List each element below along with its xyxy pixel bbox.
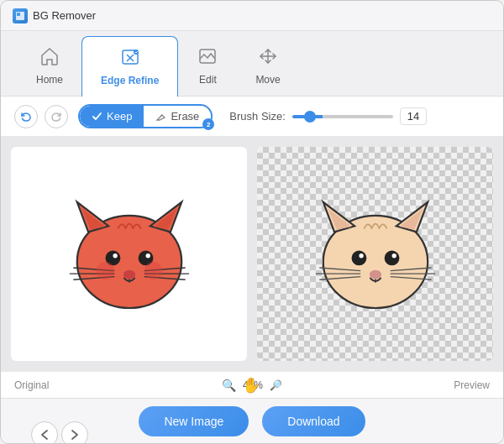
- nav-item-edge-refine[interactable]: Edge Refine: [81, 36, 178, 97]
- brush-size-label: Brush Size:: [229, 110, 285, 123]
- svg-point-3: [134, 50, 139, 55]
- original-label: Original: [14, 379, 252, 391]
- preview-label: Preview: [252, 379, 490, 391]
- brush-size-slider[interactable]: [292, 115, 393, 118]
- bottom-bar: New Image Download: [1, 398, 503, 443]
- app-title: BG Remover: [33, 9, 96, 22]
- original-image-panel: [11, 147, 247, 361]
- new-image-button[interactable]: New Image: [139, 406, 249, 436]
- nav-label-home: Home: [36, 74, 63, 86]
- toolbar: Keep Erase 2 Brush Size: 14: [1, 97, 503, 137]
- svg-rect-1: [17, 13, 20, 16]
- nav-item-move[interactable]: Move: [237, 36, 298, 96]
- nav-label-edge-refine: Edge Refine: [101, 75, 159, 86]
- svg-point-32: [369, 269, 381, 279]
- edit-icon: [197, 47, 218, 71]
- move-icon: [258, 47, 278, 71]
- app-window: BG Remover Home Edge Refine: [0, 0, 504, 444]
- svg-point-29: [384, 250, 399, 265]
- zoom-out-icon[interactable]: 🔍: [222, 379, 236, 392]
- original-cat-image: [54, 187, 205, 321]
- title-bar: BG Remover: [1, 1, 503, 31]
- keep-button[interactable]: Keep: [80, 106, 144, 127]
- home-icon: [39, 47, 60, 71]
- badge: 2: [202, 118, 214, 130]
- keep-erase-group: Keep Erase: [78, 104, 213, 128]
- nav-item-edit[interactable]: Edit: [178, 36, 237, 96]
- svg-point-21: [96, 261, 113, 279]
- svg-point-14: [123, 269, 134, 279]
- edge-refine-icon: [120, 48, 140, 71]
- next-button[interactable]: [61, 421, 88, 445]
- nav-bar: Home Edge Refine Edit: [1, 31, 503, 97]
- svg-point-30: [359, 253, 363, 258]
- pan-icon[interactable]: ✋: [242, 376, 260, 394]
- app-icon: [13, 8, 28, 24]
- svg-point-28: [351, 250, 366, 265]
- preview-cat-image: [300, 187, 451, 321]
- erase-button[interactable]: Erase: [144, 106, 211, 127]
- svg-point-22: [144, 261, 161, 279]
- svg-point-13: [145, 253, 150, 258]
- nav-label-move: Move: [255, 74, 280, 86]
- download-button[interactable]: Download: [262, 406, 365, 436]
- zoom-in-icon[interactable]: 🔎: [270, 379, 282, 391]
- brush-size-value: 14: [400, 107, 427, 125]
- keep-erase-wrapper: Keep Erase 2: [75, 104, 213, 128]
- nav-item-home[interactable]: Home: [18, 36, 81, 96]
- status-bar: Original 🔍 42% 🔎 ✋ Preview: [1, 371, 503, 398]
- bottom-bar-inner: New Image Download: [18, 406, 486, 436]
- redo-button[interactable]: [45, 105, 68, 128]
- svg-point-31: [391, 253, 396, 258]
- canvas-area: [1, 137, 503, 371]
- prev-button[interactable]: [31, 421, 58, 445]
- nav-label-edit: Edit: [199, 74, 217, 86]
- svg-point-12: [113, 253, 117, 258]
- undo-button[interactable]: [14, 105, 38, 128]
- preview-image-panel: [257, 147, 493, 361]
